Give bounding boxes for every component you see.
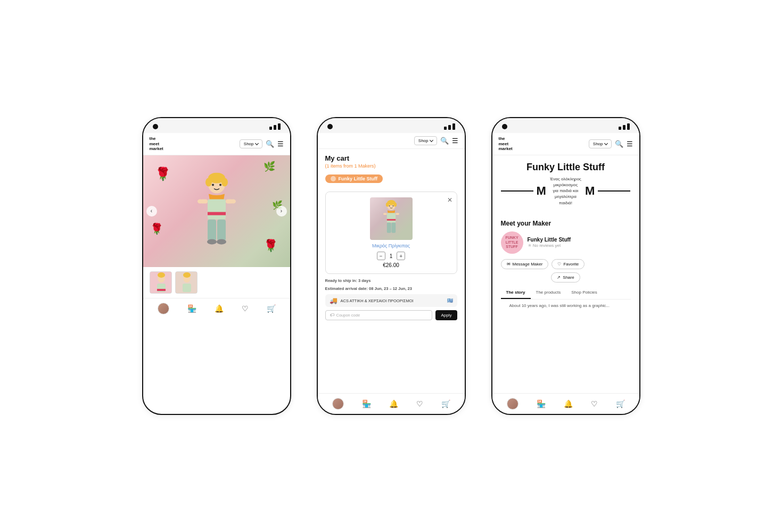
search-icon-1[interactable]: 🔍 — [266, 140, 274, 148]
delivery-flag: 🇬🇷 — [447, 298, 453, 303]
nav-heart-1[interactable]: ♡ — [242, 304, 249, 313]
nav-bar-2: Shop 🔍 ☰ — [318, 133, 465, 149]
phones-container: the meet market Shop 🔍 ☰ — [121, 85, 662, 447]
brand-logo-1: the meet market — [150, 136, 236, 152]
nav-bell-2[interactable]: 🔔 — [389, 400, 398, 408]
rose-decoration: 🌹 — [150, 222, 163, 235]
bottom-nav-1: 🏪 🔔 ♡ 🛒 — [143, 298, 290, 319]
estimated-date: Estimated arrival date: 08 Jun, 23 – 12 … — [325, 286, 457, 291]
nav-heart-3[interactable]: ♡ — [591, 400, 598, 408]
nav-avatar-2[interactable] — [332, 398, 344, 410]
svg-point-10 — [197, 199, 203, 203]
story-preview: About 10 years ago, I was still working … — [501, 303, 631, 313]
svg-rect-7 — [208, 212, 226, 215]
user-avatar-1 — [158, 303, 169, 314]
shop-description: Ένας ολόκληρος μικρόκοσμος για παιδιά κα… — [549, 176, 582, 206]
chevron-down-icon-1 — [254, 142, 258, 145]
shop-button-1[interactable]: Shop — [240, 139, 262, 148]
menu-icon-2[interactable]: ☰ — [452, 137, 458, 145]
phone-2-content: My cart (1 items from 1 Makers) Funky Li… — [318, 149, 465, 414]
phone-3-content: Funky Little Stuff M Ένας ολόκληρος μικρ… — [492, 155, 639, 414]
quantity-decrease-button[interactable]: − — [377, 252, 385, 260]
m-letter-left: M — [537, 184, 546, 198]
coupon-row: 🏷 Coupon code Apply — [325, 310, 457, 320]
nav-bell-1[interactable]: 🔔 — [215, 304, 224, 313]
maker-info-reviews: ★ No reviews yet — [528, 243, 571, 248]
nav-cart-3[interactable]: 🛒 — [616, 400, 625, 408]
share-button[interactable]: ↗ Share — [551, 272, 580, 282]
nav-cart-2[interactable]: 🛒 — [441, 400, 450, 408]
heart-icon: ♡ — [557, 262, 561, 267]
star-icon: ★ — [528, 243, 532, 248]
message-maker-button[interactable]: ✉ Message Maker — [501, 259, 549, 269]
svg-point-28 — [393, 203, 397, 207]
delivery-row: 🚚 ACS ATTIKH & ΧΕΡΣΑΙΟΙ ΠΡΟΟΡΙΣΜΟΙ 🇬🇷 — [325, 294, 457, 307]
nav-cart-1[interactable]: 🛒 — [267, 304, 276, 313]
favorite-button[interactable]: ♡ Favorite — [551, 259, 585, 269]
svg-point-5 — [219, 184, 221, 186]
thumbnail-1[interactable] — [150, 271, 172, 294]
signal-bars-1 — [269, 123, 281, 130]
phone-1-content: 🌹 🌹 🌹 🌿 🌿 ‹ › — [143, 155, 290, 414]
shipping-info: Ready to ship in: 3 days — [325, 278, 457, 283]
svg-point-29 — [389, 205, 390, 206]
shop-button-3[interactable]: Shop — [589, 139, 612, 148]
quantity-increase-button[interactable]: + — [397, 252, 405, 260]
status-bar-3 — [492, 118, 639, 133]
rose-decoration: 🌹 — [264, 239, 278, 253]
svg-point-15 — [217, 239, 226, 244]
apply-coupon-button[interactable]: Apply — [435, 310, 457, 320]
svg-point-30 — [392, 205, 393, 206]
meet-maker-section: Meet your Maker FUNKYLITTLESTUFF Funky L… — [492, 215, 639, 317]
cart-item-name: Μικρός Πρίγκιπας — [331, 243, 451, 248]
svg-rect-32 — [386, 219, 395, 221]
quantity-value: 1 — [390, 253, 393, 259]
search-icon-2[interactable]: 🔍 — [440, 137, 449, 145]
status-bar-2 — [318, 118, 465, 133]
cart-content-area: My cart (1 items from 1 Makers) Funky Li… — [318, 149, 465, 393]
shop-button-2[interactable]: Shop — [414, 136, 437, 145]
tab-shop-policies[interactable]: Shop Policies — [566, 287, 602, 299]
search-icon-3[interactable]: 🔍 — [615, 140, 623, 148]
next-image-button[interactable]: › — [276, 206, 287, 217]
action-buttons-row: ✉ Message Maker ♡ Favorite — [501, 259, 631, 269]
nav-bar-1: the meet market Shop 🔍 ☰ — [143, 133, 290, 155]
nav-home-2[interactable]: 🏪 — [362, 400, 371, 408]
tab-the-story[interactable]: The story — [501, 287, 531, 299]
maker-row: FUNKYLITTLESTUFF Funky Little Stuff ★ No… — [501, 231, 631, 254]
cart-card: ✕ — [325, 192, 457, 274]
tab-the-products[interactable]: The products — [531, 287, 566, 299]
phone-2: Shop 🔍 ☰ My cart (1 items from 1 Makers)… — [317, 117, 466, 415]
phone-1: the meet market Shop 🔍 ☰ — [142, 117, 291, 415]
nav-avatar-1[interactable] — [158, 303, 169, 314]
svg-point-3 — [221, 178, 228, 186]
nav-avatar-3[interactable] — [507, 398, 518, 410]
svg-rect-12 — [208, 219, 216, 240]
svg-rect-13 — [217, 219, 226, 240]
camera-dot-1 — [153, 124, 158, 129]
svg-point-4 — [212, 184, 214, 186]
nav-home-1[interactable]: 🏪 — [187, 304, 196, 313]
nav-bell-3[interactable]: 🔔 — [564, 400, 573, 408]
nav-home-3[interactable]: 🏪 — [537, 400, 546, 408]
nav-bar-3: the meet market Shop 🔍 ☰ — [492, 133, 639, 155]
cart-subtitle: (1 items from 1 Makers) — [325, 163, 457, 169]
close-button[interactable]: ✕ — [447, 196, 452, 204]
thumb-doll-1 — [150, 272, 172, 294]
rose-decoration: 🌹 — [155, 167, 171, 181]
user-avatar-3 — [507, 398, 518, 410]
thumb-doll-2 — [176, 272, 197, 294]
cart-doll-image — [373, 200, 410, 237]
prev-image-button[interactable]: ‹ — [146, 206, 157, 217]
svg-rect-24 — [183, 284, 191, 292]
svg-rect-34 — [396, 213, 399, 215]
nav-heart-2[interactable]: ♡ — [416, 400, 423, 408]
coupon-input-wrapper: 🏷 Coupon code — [325, 310, 433, 320]
signal-bars-2 — [444, 123, 455, 130]
svg-rect-31 — [386, 213, 395, 222]
menu-icon-3[interactable]: ☰ — [627, 140, 633, 148]
menu-icon-1[interactable]: ☰ — [277, 140, 284, 148]
thumbnail-2[interactable] — [175, 271, 197, 294]
envelope-icon: ✉ — [507, 262, 511, 267]
chevron-down-icon-2 — [429, 138, 433, 142]
